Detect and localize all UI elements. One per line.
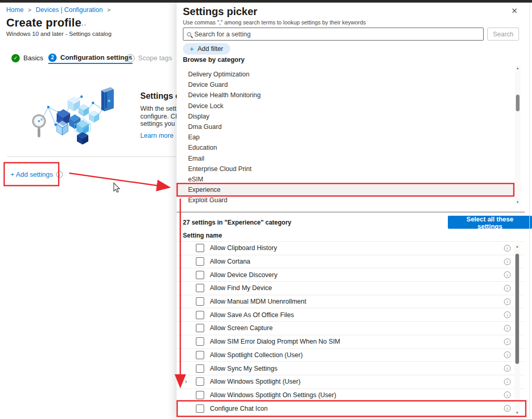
setting-checkbox[interactable] <box>196 324 204 332</box>
info-icon[interactable] <box>504 325 511 332</box>
setting-checkbox[interactable] <box>196 404 204 413</box>
category-row[interactable]: Device Guard <box>177 80 515 90</box>
scrollbar-thumb[interactable] <box>516 95 520 111</box>
info-icon[interactable] <box>504 351 511 358</box>
settings-scrollbar[interactable]: ▲ ▼ <box>514 244 520 415</box>
setting-checkbox[interactable] <box>196 364 204 373</box>
category-row[interactable]: Display <box>177 111 515 122</box>
category-row[interactable]: eSIM <box>177 174 515 185</box>
scroll-up-icon[interactable]: ▲ <box>514 244 520 249</box>
setting-row[interactable]: › Allow Clipboard History <box>177 242 524 255</box>
setting-row[interactable]: › Allow Save As Of Office Files <box>177 308 524 322</box>
setting-row[interactable]: › Allow SIM Error Dialog Prompt When No … <box>177 335 524 349</box>
add-filter-button[interactable]: + Add filter <box>183 43 230 55</box>
search-icon <box>187 32 191 36</box>
setting-checkbox[interactable] <box>196 351 204 359</box>
setting-row[interactable]: › Allow Find My Device <box>177 282 524 295</box>
category-row[interactable]: Device Lock <box>177 101 515 111</box>
breadcrumb-home[interactable]: Home <box>6 6 23 14</box>
tab-basics[interactable]: ✓ Basics <box>11 52 43 64</box>
chevron-right-icon[interactable]: › <box>185 378 187 385</box>
select-all-button[interactable]: Select all these settings <box>448 216 532 229</box>
category-row[interactable]: Eap <box>177 132 515 142</box>
setting-row[interactable]: › Allow Device Discovery <box>177 268 524 282</box>
info-icon[interactable] <box>504 365 511 372</box>
setting-checkbox[interactable] <box>196 337 204 346</box>
setting-row[interactable]: › Configure Chat Icon <box>177 402 524 415</box>
plus-icon: + <box>190 45 194 53</box>
close-icon[interactable]: ✕ <box>511 6 518 16</box>
category-scrollbar[interactable]: ▲ ▼ <box>515 66 521 205</box>
setting-row[interactable]: › Allow Sync My Settings <box>177 362 524 375</box>
learn-more-link[interactable]: Learn more <box>140 132 177 139</box>
setting-checkbox[interactable] <box>196 311 204 319</box>
info-icon[interactable] <box>504 405 511 412</box>
page-subtitle: Windows 10 and later - Settings catalog <box>6 31 112 37</box>
setting-checkbox[interactable] <box>196 284 204 292</box>
setting-label: Allow Device Discovery <box>210 271 277 279</box>
settings-picker-panel: Settings picker ✕ Use commas "," among s… <box>177 0 532 419</box>
category-row[interactable]: Dma Guard <box>177 122 515 132</box>
setting-label: Allow Spotlight Collection (User) <box>210 351 303 359</box>
scroll-up-icon[interactable]: ▲ <box>515 66 521 71</box>
page-title: Create profile <box>6 16 82 30</box>
setting-label: Allow Windows Spotlight On Settings (Use… <box>210 391 336 399</box>
category-list: Defender Delivery Optimization Device Gu… <box>177 63 515 205</box>
info-icon[interactable] <box>504 258 511 265</box>
setting-name-column-header: Setting name <box>183 232 222 239</box>
add-settings-link[interactable]: + Add settings <box>10 171 63 178</box>
setting-row[interactable]: › Allow Spotlight Collection (User) <box>177 349 524 362</box>
setting-checkbox[interactable] <box>196 257 204 266</box>
setting-row[interactable]: › Allow Cortana <box>177 255 524 269</box>
scrollbar-thumb[interactable] <box>515 254 519 364</box>
setting-checkbox[interactable] <box>196 297 204 306</box>
setting-label: Allow Find My Device <box>210 284 272 292</box>
tab-configuration-settings[interactable]: 2 Configuration settings <box>48 52 132 64</box>
add-filter-label: Add filter <box>197 45 223 53</box>
setting-row[interactable]: › Allow Manual MDM Unenrollment <box>177 295 524 309</box>
setting-checkbox[interactable] <box>196 244 204 252</box>
setting-checkbox[interactable] <box>196 271 204 279</box>
info-icon[interactable] <box>504 285 511 292</box>
category-row-clipped: Defender <box>177 63 515 69</box>
settings-catalog-description: Settings ca With the settin configure. C… <box>140 91 177 139</box>
annotation-arrow-to-experience <box>69 173 168 187</box>
browse-by-category-heading: Browse by category <box>183 56 245 63</box>
search-input[interactable] <box>194 31 480 38</box>
scroll-down-icon[interactable]: ▼ <box>514 410 520 415</box>
category-row[interactable]: Education <box>177 142 515 153</box>
setting-checkbox[interactable] <box>196 377 204 386</box>
breadcrumb: Home > Devices | Configuration > <box>6 6 113 14</box>
info-icon[interactable] <box>56 171 63 178</box>
info-icon[interactable] <box>504 271 511 278</box>
card-heading: Settings ca <box>140 91 177 101</box>
search-button[interactable]: Search <box>487 28 519 41</box>
category-row[interactable]: Device Health Monitoring <box>177 90 515 100</box>
setting-row[interactable]: › Allow Windows Spotlight On Settings (U… <box>177 389 524 402</box>
scroll-down-icon[interactable]: ▼ <box>515 200 521 205</box>
setting-row[interactable]: › Allow Screen Capture <box>177 322 524 335</box>
setting-label: Allow Windows Spotlight (User) <box>210 378 300 385</box>
category-row[interactable]: Delivery Optimization <box>177 69 515 80</box>
info-icon[interactable] <box>504 298 511 305</box>
info-icon[interactable] <box>504 338 511 345</box>
card-line: With the settin <box>140 105 177 113</box>
category-row[interactable]: Email <box>177 153 515 164</box>
info-icon[interactable] <box>504 311 511 318</box>
setting-label: Allow Screen Capture <box>210 324 273 332</box>
search-box <box>183 28 484 41</box>
category-row[interactable]: Exploit Guard <box>177 195 515 205</box>
breadcrumb-devices-configuration[interactable]: Devices | Configuration <box>36 6 103 14</box>
category-row[interactable]: Enterprise Cloud Print <box>177 164 515 174</box>
tab-label: Scope tags <box>138 54 172 62</box>
tab-scope-tags[interactable]: 3 Scope tags <box>126 52 172 64</box>
mouse-cursor <box>114 183 119 192</box>
info-icon[interactable] <box>504 245 511 252</box>
info-icon[interactable] <box>504 391 511 398</box>
setting-row[interactable]: › Allow Windows Spotlight (User) <box>177 375 524 389</box>
category-row[interactable]: Experience <box>177 185 515 195</box>
info-icon[interactable] <box>504 378 511 385</box>
setting-checkbox[interactable] <box>196 391 204 399</box>
setting-label: Allow Manual MDM Unenrollment <box>210 298 306 305</box>
more-options-icon[interactable]: ... <box>79 19 87 27</box>
